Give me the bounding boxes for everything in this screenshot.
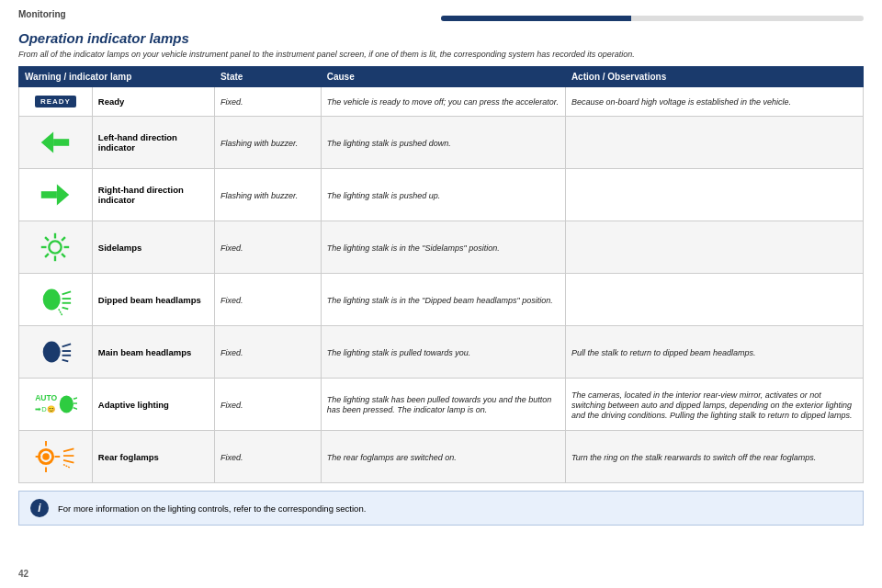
cause-cell: The lighting stalk is in the "Sidelamps"… xyxy=(321,221,565,274)
state-cell: Flashing with buzzer. xyxy=(214,169,321,221)
icon-cell xyxy=(19,274,93,326)
action-cell: Turn the ring on the stalk rearwards to … xyxy=(565,431,863,483)
svg-rect-1 xyxy=(54,139,70,146)
table-row: Main beam headlampsFixed.The lighting st… xyxy=(19,326,864,379)
info-icon: i xyxy=(30,499,49,517)
icon-cell xyxy=(19,117,93,169)
action-cell: The cameras, located in the interior rea… xyxy=(565,379,863,431)
warning-name-cell: Dipped beam headlamps xyxy=(92,274,214,326)
svg-text:➡D😊: ➡D😊 xyxy=(36,404,56,413)
table-row: AUTO ➡D😊 Adaptive lightingFixed.The ligh… xyxy=(19,379,864,431)
svg-point-19 xyxy=(43,342,61,363)
svg-marker-0 xyxy=(41,132,53,153)
svg-line-12 xyxy=(45,254,49,257)
svg-line-36 xyxy=(63,448,74,451)
table-row: Rear foglampsFixed.The rear foglamps are… xyxy=(19,431,864,483)
svg-point-13 xyxy=(43,289,61,311)
svg-line-27 xyxy=(74,397,77,399)
svg-line-11 xyxy=(62,237,66,241)
svg-line-20 xyxy=(62,344,72,346)
info-text: For more information on the lighting con… xyxy=(58,503,366,514)
action-cell: Pull the stalk to return to dipped beam … xyxy=(565,326,863,379)
action-cell: Because on-board high voltage is establi… xyxy=(565,87,863,117)
svg-line-10 xyxy=(62,254,66,257)
table-header-row: Warning / indicator lamp State Cause Act… xyxy=(19,67,864,87)
col-header-state: State xyxy=(214,67,321,87)
icon-cell: READY xyxy=(19,87,93,117)
warning-name-cell: Rear foglamps xyxy=(92,431,214,483)
svg-line-39 xyxy=(63,465,71,469)
icon-cell: AUTO ➡D😊 xyxy=(19,379,93,431)
svg-point-26 xyxy=(60,396,74,413)
section-title: Operation indicator lamps xyxy=(18,30,864,46)
cause-cell: The lighting stalk is in the "Dipped bea… xyxy=(321,274,565,326)
page-top-bar: Monitoring xyxy=(18,9,864,27)
warning-name-cell: Sidelamps xyxy=(92,221,214,274)
table-row: READY ReadyFixed.The vehicle is ready to… xyxy=(19,87,864,117)
icon-cell xyxy=(19,431,93,483)
state-cell: Fixed. xyxy=(214,379,321,431)
action-cell xyxy=(565,117,863,169)
svg-line-23 xyxy=(62,360,69,362)
state-cell: Flashing with buzzer. xyxy=(214,117,321,169)
table-row: Dipped beam headlampsFixed.The lighting … xyxy=(19,274,864,326)
section-description: From all of the indicator lamps on your … xyxy=(18,50,864,59)
svg-line-29 xyxy=(74,408,77,410)
svg-line-17 xyxy=(62,308,69,310)
state-cell: Fixed. xyxy=(214,221,321,274)
cause-cell: The lighting stalk is pushed down. xyxy=(321,117,565,169)
cause-cell: The lighting stalk is pushed up. xyxy=(321,169,565,221)
warning-name-cell: Adaptive lighting xyxy=(92,379,214,431)
svg-text:AUTO: AUTO xyxy=(36,393,58,402)
icon-cell xyxy=(19,169,93,221)
warning-name-cell: Main beam headlamps xyxy=(92,326,214,379)
svg-marker-2 xyxy=(57,185,69,206)
page-number: 42 xyxy=(18,569,28,579)
state-cell: Fixed. xyxy=(214,87,321,117)
col-header-action: Action / Observations xyxy=(565,67,863,87)
table-row: SidelampsFixed.The lighting stalk is in … xyxy=(19,221,864,274)
svg-line-18 xyxy=(59,309,62,315)
warning-name-cell: Left-hand direction indicator xyxy=(92,117,214,169)
progress-bar xyxy=(441,16,864,21)
state-cell: Fixed. xyxy=(214,274,321,326)
svg-line-14 xyxy=(62,291,72,294)
warning-name-cell: Right-hand direction indicator xyxy=(92,169,214,221)
col-header-cause: Cause xyxy=(321,67,565,87)
state-cell: Fixed. xyxy=(214,326,321,379)
svg-rect-3 xyxy=(41,191,57,198)
indicator-lamps-table: Warning / indicator lamp State Cause Act… xyxy=(18,66,864,483)
table-row: Left-hand direction indicatorFlashing wi… xyxy=(19,117,864,169)
action-cell xyxy=(565,169,863,221)
cause-cell: The vehicle is ready to move off; you ca… xyxy=(321,87,565,117)
progress-bar-fill xyxy=(441,16,631,21)
action-cell xyxy=(565,274,863,326)
svg-point-4 xyxy=(50,241,62,253)
svg-point-35 xyxy=(43,453,51,460)
svg-line-38 xyxy=(63,460,74,463)
svg-line-9 xyxy=(45,237,49,241)
cause-cell: The lighting stalk has been pulled towar… xyxy=(321,379,565,431)
col-header-warning: Warning / indicator lamp xyxy=(19,67,215,87)
icon-cell xyxy=(19,326,93,379)
section-header: Monitoring xyxy=(18,9,66,19)
icon-cell xyxy=(19,221,93,274)
cause-cell: The rear foglamps are switched on. xyxy=(321,431,565,483)
table-row: Right-hand direction indicatorFlashing w… xyxy=(19,169,864,221)
state-cell: Fixed. xyxy=(214,431,321,483)
info-bar: i For more information on the lighting c… xyxy=(18,491,864,526)
cause-cell: The lighting stalk is pulled towards you… xyxy=(321,326,565,379)
warning-name-cell: Ready xyxy=(92,87,214,117)
action-cell xyxy=(565,221,863,274)
